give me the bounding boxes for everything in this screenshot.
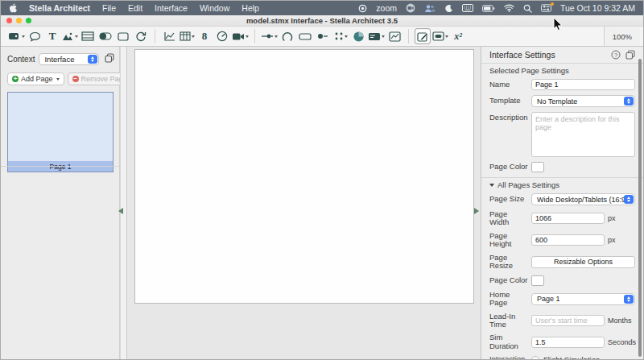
radio-option-tool-icon[interactable] [315, 28, 331, 44]
page-height-input[interactable] [531, 234, 605, 246]
remove-icon: − [72, 76, 79, 82]
close-window-button[interactable] [6, 18, 12, 23]
sim-duration-label: Sim Duration [489, 333, 531, 350]
menu-help[interactable]: Help [242, 3, 259, 13]
page-color-label: Page Color [489, 163, 531, 171]
button-tool-icon[interactable] [8, 28, 25, 44]
flight-simulation-label: Flight Simulation [543, 355, 600, 359]
video-tool-icon[interactable] [232, 28, 249, 44]
fullscreen-window-button[interactable] [26, 18, 31, 23]
selected-page-settings-header: Selected Page Settings [489, 66, 635, 75]
collapse-right-arrow-icon[interactable] [474, 208, 479, 214]
graph-tool-icon[interactable] [161, 28, 177, 44]
pie-chart-tool-icon[interactable] [350, 28, 366, 44]
page-height-unit: px [608, 236, 635, 244]
apple-logo-icon[interactable] [9, 3, 18, 13]
all-pages-color-swatch[interactable] [531, 275, 544, 286]
notification-dot [551, 2, 554, 6]
home-page-value: Page 1 [537, 295, 560, 303]
all-pages-settings-header[interactable]: All Pages Settings [489, 180, 635, 189]
sim-duration-input[interactable] [531, 337, 605, 348]
all-pages-color-label: Page Color [489, 276, 531, 284]
wifi-icon[interactable] [504, 4, 514, 12]
window-titlebar[interactable]: model.stmx Interface - Stella Architect … [1, 15, 643, 27]
help-icon[interactable]: ? [606, 50, 621, 60]
page-description-textarea[interactable] [531, 112, 635, 157]
resizable-options-button[interactable]: Resizable Options [531, 256, 635, 268]
numeric-display-tool-icon[interactable]: 8 [196, 28, 213, 44]
panel-scrollbar[interactable] [638, 59, 642, 357]
home-page-select[interactable]: Page 1 [531, 293, 635, 305]
page-color-swatch[interactable] [531, 162, 544, 172]
preview-mode-tool-icon[interactable] [432, 28, 448, 44]
canvas-area [127, 47, 481, 359]
interface-page-canvas[interactable] [134, 49, 474, 304]
gauge-tool-icon[interactable] [214, 28, 230, 44]
switch-tool-icon[interactable] [97, 28, 114, 44]
keyboard-icon[interactable] [462, 4, 473, 12]
canvas-zoom-level[interactable]: 100% [604, 27, 640, 46]
zoom-status-item[interactable]: zoom [376, 3, 397, 13]
template-label: Template [489, 97, 531, 105]
do-not-disturb-moon-icon[interactable] [444, 4, 453, 13]
zoom-app-icon[interactable] [406, 3, 415, 13]
menubar-clock[interactable]: Tue Oct 10 9:32 AM [560, 3, 635, 13]
menu-edit[interactable]: Edit [128, 3, 142, 13]
page-size-select[interactable]: Wide Desktop/Tablets (16:9) [531, 193, 635, 205]
page-resize-label: Page Resize [489, 254, 531, 271]
loop-tool-icon[interactable] [133, 28, 149, 44]
stepper-icon [624, 295, 634, 304]
home-page-label: Home Page [489, 291, 531, 308]
collapse-left-arrow-icon[interactable] [118, 208, 123, 214]
rectangle-tool-icon[interactable] [115, 28, 131, 44]
duplicate-page-icon[interactable] [105, 52, 114, 66]
users-icon[interactable] [424, 4, 436, 13]
page-name-input[interactable] [531, 79, 635, 90]
input-field-tool-icon[interactable] [297, 28, 313, 44]
control-center-icon[interactable] [541, 4, 551, 12]
minimize-window-button[interactable] [16, 18, 22, 23]
interface-toolbar: T 8 x² [1, 27, 643, 47]
template-select[interactable]: No Template [531, 95, 635, 107]
sidebar-splitter[interactable] [120, 47, 127, 359]
page-width-unit: px [608, 214, 635, 222]
context-value: Interface [44, 55, 74, 64]
page-size-value: Wide Desktop/Tablets (16:9) [537, 196, 628, 204]
menu-window[interactable]: Window [200, 3, 229, 13]
menu-file[interactable]: File [102, 3, 116, 13]
page-width-input[interactable] [531, 213, 605, 224]
table-tool-icon[interactable] [179, 28, 195, 44]
add-page-button[interactable]: + Add Page [7, 72, 64, 85]
menu-interface[interactable]: Interface [155, 3, 188, 13]
frame-tool-icon[interactable] [80, 28, 96, 44]
page-width-label: Page Width [489, 210, 531, 227]
detach-panel-icon[interactable] [621, 50, 635, 60]
macos-menubar: Stella Architect File Edit Interface Win… [1, 1, 643, 15]
screen-record-icon[interactable] [358, 4, 367, 13]
slider-tool-icon[interactable] [261, 28, 278, 44]
group-options-tool-icon[interactable] [332, 28, 349, 44]
stella-architect-window: Stella Architect File Edit Interface Win… [0, 0, 644, 360]
lead-in-time-label: Lead-In Time [489, 312, 531, 329]
menu-app-name[interactable]: Stella Architect [29, 3, 90, 13]
card-display-tool-icon[interactable] [368, 28, 385, 44]
pages-sidebar: Context Interface + Add Page − Remove Pa… [1, 47, 120, 359]
spotlight-search-icon[interactable] [523, 4, 532, 13]
stepper-icon [88, 55, 97, 64]
page-thumbnail-page-1[interactable]: Page 1 [7, 92, 114, 172]
mini-graph-frame-tool-icon[interactable] [386, 28, 402, 44]
add-page-label: Add Page [21, 75, 53, 83]
stepper-icon [624, 195, 634, 204]
text-tool-icon[interactable]: T [44, 28, 60, 44]
text-bubble-tool-icon[interactable] [27, 28, 43, 44]
knob-tool-icon[interactable] [279, 28, 295, 44]
all-pages-settings-title: All Pages Settings [497, 180, 559, 189]
interaction-mode-label: Interaction Mode [489, 355, 531, 359]
flight-simulation-radio[interactable]: Flight Simulation [531, 355, 600, 359]
lead-in-time-input[interactable] [531, 315, 605, 326]
image-tool-icon[interactable] [62, 28, 78, 44]
context-select[interactable]: Interface [39, 53, 99, 65]
equation-tool-icon[interactable]: x² [450, 28, 466, 44]
battery-icon[interactable] [482, 5, 495, 12]
edit-mode-tool-icon[interactable] [415, 28, 431, 44]
